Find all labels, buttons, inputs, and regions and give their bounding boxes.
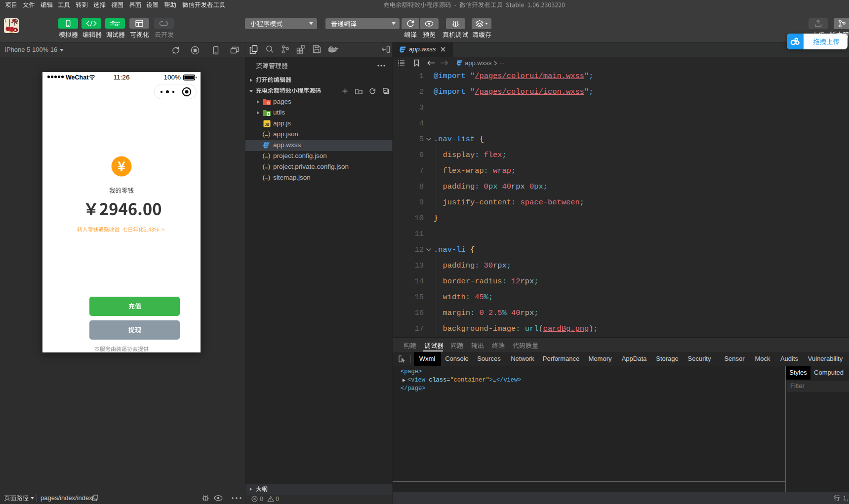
svg-text:JS: JS: [265, 122, 269, 127]
